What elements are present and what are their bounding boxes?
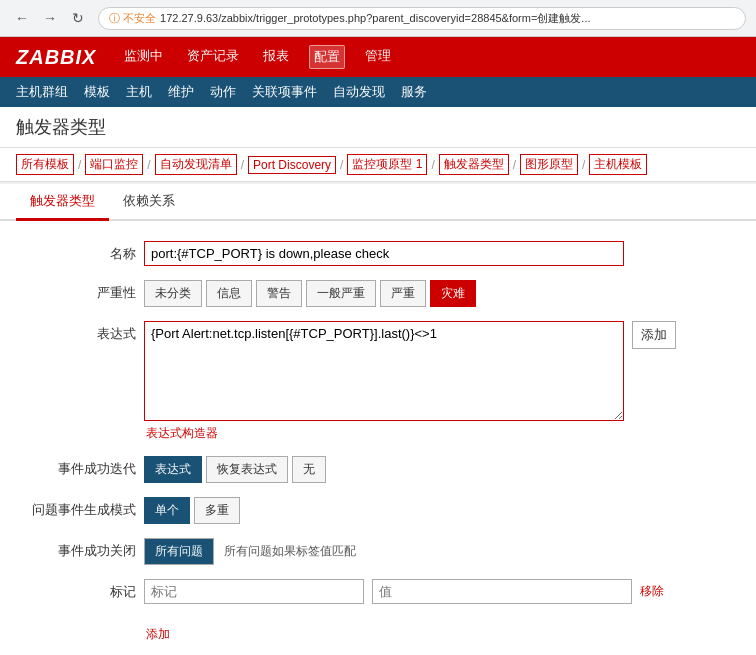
subnav-actions[interactable]: 动作 bbox=[210, 83, 236, 101]
forward-button[interactable]: → bbox=[38, 6, 62, 30]
subnav-services[interactable]: 服务 bbox=[401, 83, 427, 101]
breadcrumb-sep-7: / bbox=[582, 158, 585, 172]
nav-assets[interactable]: 资产记录 bbox=[183, 45, 243, 69]
ok-event-toggle-group: 表达式 恢复表达式 无 bbox=[144, 456, 740, 483]
nav-config[interactable]: 配置 bbox=[309, 45, 345, 69]
address-bar[interactable]: ⓘ 不安全 172.27.9.63/zabbix/trigger_prototy… bbox=[98, 7, 746, 30]
tag-row: 标记 移除 bbox=[16, 579, 740, 612]
event-close-all-problems[interactable]: 所有问题 bbox=[144, 538, 214, 565]
breadcrumb-host-template[interactable]: 主机模板 bbox=[589, 154, 647, 175]
breadcrumb-sep-3: / bbox=[241, 158, 244, 172]
sev-warning[interactable]: 警告 bbox=[256, 280, 302, 307]
severity-buttons: 未分类 信息 警告 一般严重 严重 灾难 bbox=[144, 280, 740, 307]
severity-label: 严重性 bbox=[16, 280, 136, 302]
tag-field: 移除 bbox=[144, 579, 740, 612]
severity-row: 严重性 未分类 信息 警告 一般严重 严重 灾难 bbox=[16, 280, 740, 307]
subnav-event-correlation[interactable]: 关联项事件 bbox=[252, 83, 317, 101]
form-area: 名称 严重性 未分类 信息 警告 一般严重 严重 灾难 表达式 {Port Al… bbox=[0, 221, 756, 655]
page-title-bar: 触发器类型 bbox=[0, 107, 756, 148]
subnav-maintenance[interactable]: 维护 bbox=[168, 83, 194, 101]
name-row: 名称 bbox=[16, 241, 740, 266]
expression-row: 表达式 {Port Alert:net.tcp.listen[{#TCP_POR… bbox=[16, 321, 740, 421]
sev-disaster[interactable]: 灾难 bbox=[430, 280, 476, 307]
security-icon: ⓘ 不安全 bbox=[109, 11, 156, 26]
zabbix-logo: ZABBIX bbox=[16, 46, 96, 69]
breadcrumb-graph-proto[interactable]: 图形原型 bbox=[520, 154, 578, 175]
event-close-row: 事件成功关闭 所有问题 所有问题如果标签值匹配 bbox=[16, 538, 740, 565]
breadcrumb-sep-1: / bbox=[78, 158, 81, 172]
sev-unclassified[interactable]: 未分类 bbox=[144, 280, 202, 307]
reload-button[interactable]: ↻ bbox=[66, 6, 90, 30]
breadcrumb: 所有模板 / 端口监控 / 自动发现清单 / Port Discovery / … bbox=[0, 148, 756, 182]
problem-mode-toggle-group: 单个 多重 bbox=[144, 497, 740, 524]
page-title: 触发器类型 bbox=[16, 115, 740, 139]
ok-event-expression[interactable]: 表达式 bbox=[144, 456, 202, 483]
browser-bar: ← → ↻ ⓘ 不安全 172.27.9.63/zabbix/trigger_p… bbox=[0, 0, 756, 37]
breadcrumb-sep-4: / bbox=[340, 158, 343, 172]
event-close-text: 所有问题如果标签值匹配 bbox=[218, 539, 362, 564]
expression-textarea[interactable]: {Port Alert:net.tcp.listen[{#TCP_PORT}].… bbox=[144, 321, 624, 421]
sev-info[interactable]: 信息 bbox=[206, 280, 252, 307]
add-tag-link[interactable]: 添加 bbox=[146, 626, 740, 643]
ok-event-row: 事件成功迭代 表达式 恢复表达式 无 bbox=[16, 456, 740, 483]
event-close-group: 所有问题 所有问题如果标签值匹配 bbox=[144, 538, 740, 565]
name-field bbox=[144, 241, 740, 266]
breadcrumb-item-proto[interactable]: 监控项原型 1 bbox=[347, 154, 427, 175]
event-close-label: 事件成功关闭 bbox=[16, 538, 136, 560]
breadcrumb-sep-6: / bbox=[513, 158, 516, 172]
breadcrumb-port-monitor[interactable]: 端口监控 bbox=[85, 154, 143, 175]
zabbix-header: ZABBIX 监测中 资产记录 报表 配置 管理 bbox=[0, 37, 756, 77]
browser-nav: ← → ↻ bbox=[10, 6, 90, 30]
subnav-hostgroups[interactable]: 主机群组 bbox=[16, 83, 68, 101]
subnav-templates[interactable]: 模板 bbox=[84, 83, 110, 101]
tabs-bar: 触发器类型 依赖关系 bbox=[0, 184, 756, 221]
ok-event-none[interactable]: 无 bbox=[292, 456, 326, 483]
problem-mode-single[interactable]: 单个 bbox=[144, 497, 190, 524]
main-nav: 监测中 资产记录 报表 配置 管理 bbox=[120, 45, 395, 69]
expression-field: {Port Alert:net.tcp.listen[{#TCP_PORT}].… bbox=[144, 321, 740, 421]
url-text: 172.27.9.63/zabbix/trigger_prototypes.ph… bbox=[160, 11, 590, 26]
problem-mode-label: 问题事件生成模式 bbox=[16, 497, 136, 519]
add-expression-button[interactable]: 添加 bbox=[632, 321, 676, 349]
name-label: 名称 bbox=[16, 241, 136, 263]
sub-nav: 主机群组 模板 主机 维护 动作 关联项事件 自动发现 服务 bbox=[0, 77, 756, 107]
breadcrumb-trigger-type: 触发器类型 bbox=[439, 154, 509, 175]
breadcrumb-port-discovery[interactable]: Port Discovery bbox=[248, 156, 336, 174]
name-input[interactable] bbox=[144, 241, 624, 266]
subnav-discovery[interactable]: 自动发现 bbox=[333, 83, 385, 101]
problem-mode-multiple[interactable]: 多重 bbox=[194, 497, 240, 524]
tab-dependencies[interactable]: 依赖关系 bbox=[109, 184, 189, 221]
tag-value-input[interactable] bbox=[372, 579, 632, 604]
breadcrumb-discovery-list[interactable]: 自动发现清单 bbox=[155, 154, 237, 175]
tag-input[interactable] bbox=[144, 579, 364, 604]
tag-label: 标记 bbox=[16, 579, 136, 601]
expression-label: 表达式 bbox=[16, 321, 136, 343]
ok-event-recovery[interactable]: 恢复表达式 bbox=[206, 456, 288, 483]
tag-input-row: 移除 bbox=[144, 579, 740, 604]
breadcrumb-sep-5: / bbox=[431, 158, 434, 172]
sev-high[interactable]: 严重 bbox=[380, 280, 426, 307]
subnav-hosts[interactable]: 主机 bbox=[126, 83, 152, 101]
back-button[interactable]: ← bbox=[10, 6, 34, 30]
sev-average[interactable]: 一般严重 bbox=[306, 280, 376, 307]
expression-builder-link[interactable]: 表达式构造器 bbox=[146, 425, 740, 442]
problem-mode-row: 问题事件生成模式 单个 多重 bbox=[16, 497, 740, 524]
tab-trigger-type[interactable]: 触发器类型 bbox=[16, 184, 109, 221]
nav-monitoring[interactable]: 监测中 bbox=[120, 45, 167, 69]
nav-reports[interactable]: 报表 bbox=[259, 45, 293, 69]
nav-admin[interactable]: 管理 bbox=[361, 45, 395, 69]
breadcrumb-all-templates[interactable]: 所有模板 bbox=[16, 154, 74, 175]
breadcrumb-sep-2: / bbox=[147, 158, 150, 172]
remove-tag-button[interactable]: 移除 bbox=[640, 583, 664, 600]
ok-event-label: 事件成功迭代 bbox=[16, 456, 136, 478]
